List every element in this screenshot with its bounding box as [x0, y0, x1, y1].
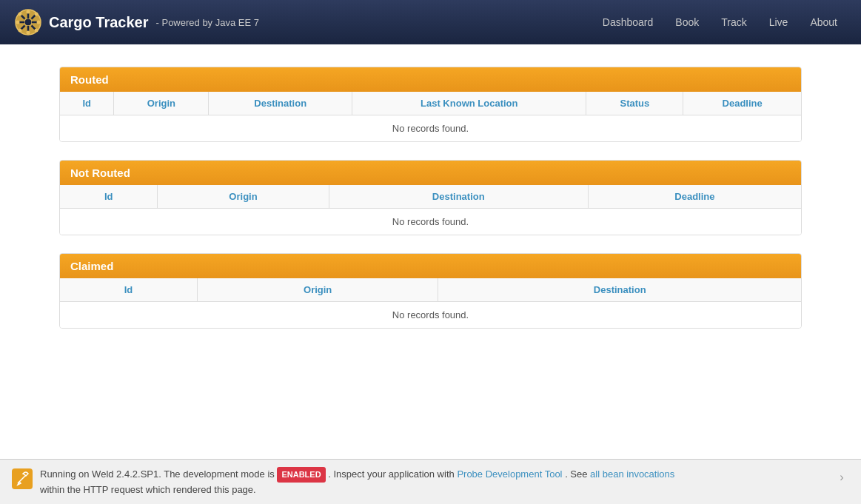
not-routed-no-records-row: No records found. — [60, 209, 801, 235]
routed-col-deadline: Deadline — [683, 92, 801, 115]
routed-header-row: Id Origin Destination Last Known Locatio… — [60, 92, 801, 115]
main-content: Routed Id Origin Destination Last Known … — [0, 44, 861, 459]
not-routed-col-deadline: Deadline — [588, 185, 801, 209]
svg-point-14 — [19, 13, 22, 16]
app-title: Cargo Tracker — [49, 14, 149, 31]
svg-point-16 — [35, 13, 38, 16]
nav-about[interactable]: About — [801, 12, 846, 33]
claimed-header: Claimed — [60, 254, 801, 278]
not-routed-no-records: No records found. — [60, 209, 801, 235]
svg-point-13 — [37, 21, 41, 24]
routed-header: Routed — [60, 67, 801, 92]
not-routed-header: Not Routed — [60, 161, 801, 185]
routed-col-origin: Origin — [114, 92, 209, 115]
claimed-col-id: Id — [60, 278, 197, 302]
not-routed-title: Not Routed — [70, 167, 130, 179]
claimed-section: Claimed Id Origin Destination No records… — [59, 253, 802, 329]
claimed-col-origin: Origin — [197, 278, 438, 302]
logo-icon — [15, 9, 41, 36]
not-routed-table: Id Origin Destination Deadline No record… — [60, 185, 801, 235]
routed-section: Routed Id Origin Destination Last Known … — [59, 67, 802, 142]
claimed-header-row: Id Origin Destination — [60, 278, 801, 302]
svg-point-17 — [19, 29, 22, 33]
not-routed-col-destination: Destination — [329, 185, 588, 209]
svg-point-1 — [24, 19, 32, 26]
claimed-no-records-row: No records found. — [60, 302, 801, 329]
nav-book[interactable]: Book — [666, 12, 708, 33]
footer-message: Running on Weld 2.4.2.SP1. The developme… — [40, 467, 827, 497]
footer-enabled-badge: ENABLED — [277, 467, 325, 483]
routed-col-id: Id — [60, 92, 114, 115]
claimed-no-records: No records found. — [60, 302, 801, 329]
routed-col-status: Status — [586, 92, 683, 115]
footer: Running on Weld 2.4.2.SP1. The developme… — [0, 459, 861, 504]
footer-end: within the HTTP request which rendered t… — [40, 484, 256, 495]
svg-point-11 — [27, 31, 30, 35]
routed-col-destination: Destination — [209, 92, 352, 115]
nav-dashboard[interactable]: Dashboard — [594, 12, 663, 33]
claimed-title: Claimed — [70, 260, 113, 272]
footer-suffix: . See — [565, 468, 587, 480]
routed-no-records: No records found. — [60, 115, 801, 142]
routed-col-last-known: Last Known Location — [352, 92, 586, 115]
svg-point-15 — [35, 29, 38, 33]
footer-prefix: Running on Weld 2.4.2.SP1. The developme… — [40, 468, 275, 480]
not-routed-col-id: Id — [60, 185, 158, 209]
svg-point-12 — [16, 21, 20, 24]
navbar: Cargo Tracker - Powered by Java EE 7 Das… — [0, 0, 861, 44]
claimed-table: Id Origin Destination No records found. — [60, 278, 801, 328]
not-routed-section: Not Routed Id Origin Destination Deadlin… — [59, 160, 802, 235]
footer-middle: . Inspect your application with — [328, 468, 455, 480]
routed-table: Id Origin Destination Last Known Locatio… — [60, 92, 801, 141]
footer-probe-link[interactable]: Probe Development Tool — [457, 468, 562, 480]
not-routed-col-origin: Origin — [158, 185, 329, 209]
routed-title: Routed — [70, 73, 109, 86]
not-routed-header-row: Id Origin Destination Deadline — [60, 185, 801, 209]
nav-live[interactable]: Live — [760, 12, 797, 33]
claimed-col-destination: Destination — [438, 278, 801, 302]
app-subtitle: - Powered by Java EE 7 — [156, 17, 259, 28]
nav-track[interactable]: Track — [712, 12, 755, 33]
routed-no-records-row: No records found. — [60, 115, 801, 142]
footer-bean-link[interactable]: all bean invocations — [590, 468, 674, 480]
brand[interactable]: Cargo Tracker - Powered by Java EE 7 — [15, 9, 259, 36]
wrench-icon — [12, 468, 33, 489]
nav-links: Dashboard Book Track Live About — [594, 12, 846, 33]
svg-point-10 — [27, 10, 30, 14]
footer-collapse-button[interactable]: › — [834, 470, 849, 485]
